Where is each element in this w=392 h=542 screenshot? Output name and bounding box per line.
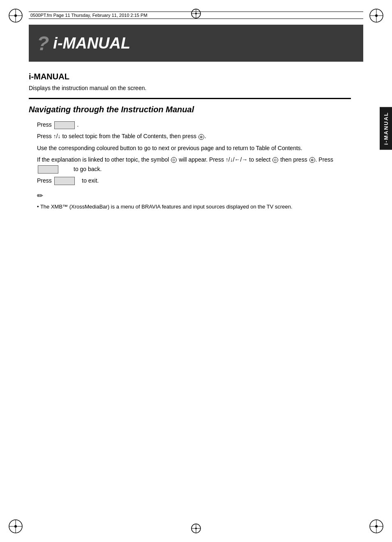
note-pencil-icon: ✏ [37,191,351,201]
note-section: ✏ • The XMB™ (XrossMediaBar) is a menu o… [29,191,351,211]
back-button2-img [54,177,75,185]
question-mark-icon: ? [37,32,49,55]
corner-mark-tr [368,7,385,24]
back-button-img [38,165,58,174]
svg-point-3 [14,14,17,17]
svg-point-7 [375,14,378,17]
link-circle-icon: ⊙ [171,157,177,163]
instruction-line-2: Press ↑/↓ to select topic from the Table… [37,132,351,141]
instruction-line-5: Press to exit. [37,176,351,185]
instruction-line-1: Press . [37,120,351,129]
enter2-circle-icon: ⊕ [309,157,315,163]
corner-mark-bl [7,518,24,535]
svg-point-19 [195,528,197,529]
svg-text:✏: ✏ [37,192,43,200]
svg-point-15 [375,525,378,528]
section-divider [29,98,351,99]
banner-title: i-MANUAL [53,35,130,52]
section-description: Displays the instruction manual on the s… [29,85,351,91]
select-circle-icon: ⊙ [272,157,278,163]
content-area: i-MANUAL Displays the instruction manual… [29,68,351,517]
title-banner: ? i-MANUAL [29,25,363,62]
center-mark-bottom [190,522,202,535]
instruction-line-3: Use the corresponding coloured button to… [37,144,351,153]
header-bar: 0500PT.fm Page 11 Thursday, February 11,… [29,12,363,19]
corner-mark-br [368,518,385,535]
header-file-info: 0500PT.fm Page 11 Thursday, February 11,… [30,13,148,18]
instructions-block: Press . Press ↑/↓ to select topic from t… [29,120,351,185]
enter-circle-icon: ⊕ [198,134,204,140]
sidebar-tab: i-MANUAL [380,107,392,150]
instruction-line-4: If the explanation is linked to other to… [37,155,351,174]
corner-mark-tl [7,7,24,24]
section-title: i-MANUAL [29,72,351,81]
subsection-title: Navigating through the Instruction Manua… [29,105,351,114]
imanual-button-img [54,121,75,130]
svg-point-11 [14,525,17,528]
note-text: • The XMB™ (XrossMediaBar) is a menu of … [37,203,351,211]
